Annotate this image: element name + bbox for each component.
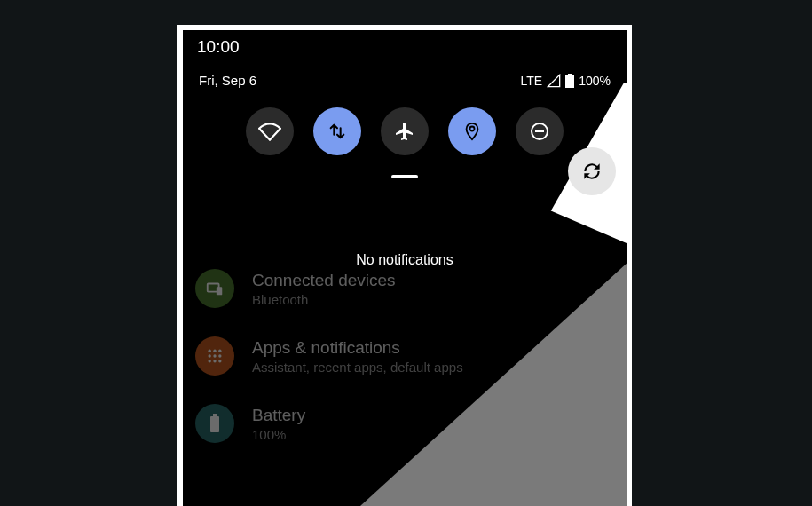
svg-point-10 (213, 354, 216, 357)
location-icon (462, 122, 482, 141)
qs-dnd-tile[interactable] (516, 107, 564, 155)
svg-rect-1 (568, 74, 572, 75)
mobile-data-icon (327, 122, 347, 141)
svg-point-6 (209, 350, 211, 352)
panel-drag-handle[interactable] (391, 175, 418, 178)
settings-item-text: Battery 100% (252, 406, 305, 442)
status-date: Fri, Sep 6 (199, 73, 256, 88)
connected-devices-icon (195, 269, 234, 308)
status-clock: 10:00 (188, 30, 621, 57)
auto-rotate-icon (580, 160, 603, 183)
svg-rect-5 (217, 287, 222, 295)
signal-icon (547, 74, 561, 88)
qs-airplane-tile[interactable] (381, 107, 429, 155)
svg-rect-0 (565, 75, 574, 88)
qs-wifi-tile[interactable] (246, 107, 294, 155)
settings-item-text: Connected devices Bluetooth (252, 271, 396, 307)
battery-settings-icon (195, 404, 234, 443)
qs-location-tile[interactable] (448, 107, 496, 155)
network-type-label: LTE (521, 74, 543, 88)
svg-point-8 (218, 350, 221, 352)
apps-icon (195, 336, 234, 376)
quick-settings-tiles (188, 107, 621, 155)
settings-item-apps[interactable]: Apps & notifications Assistant, recent a… (195, 322, 614, 390)
device-frame: 10:00 Fri, Sep 6 LTE 100% (177, 25, 632, 506)
battery-icon (565, 74, 574, 88)
settings-item-text: Apps & notifications Assistant, recent a… (252, 338, 463, 375)
device-screen: 10:00 Fri, Sep 6 LTE 100% (183, 30, 627, 506)
status-row: Fri, Sep 6 LTE 100% (188, 57, 621, 88)
svg-point-14 (218, 360, 221, 362)
airplane-icon (394, 121, 415, 142)
qs-auto-rotate-container (568, 147, 616, 195)
settings-list: Connected devices Bluetooth Apps & notif… (183, 255, 627, 457)
settings-item-battery[interactable]: Battery 100% (195, 390, 614, 457)
svg-point-9 (209, 354, 211, 357)
svg-rect-15 (210, 416, 219, 432)
svg-point-11 (218, 354, 221, 357)
settings-item-sub: Bluetooth (252, 292, 396, 307)
qs-auto-rotate-tile[interactable] (568, 147, 616, 195)
svg-rect-16 (213, 414, 217, 416)
dnd-icon (529, 121, 550, 142)
wifi-icon (258, 120, 281, 143)
no-notifications-label: No notifications (183, 252, 627, 268)
settings-item-title: Apps & notifications (252, 338, 463, 358)
qs-mobile-data-tile[interactable] (313, 107, 361, 155)
settings-item-sub: 100% (252, 427, 305, 442)
settings-item-title: Battery (252, 406, 305, 425)
svg-point-7 (213, 350, 216, 352)
settings-item-sub: Assistant, recent apps, default apps (252, 360, 463, 375)
battery-percent: 100% (579, 74, 611, 88)
svg-point-13 (213, 360, 216, 362)
settings-item-title: Connected devices (252, 271, 396, 290)
svg-point-12 (209, 360, 211, 362)
status-right: LTE 100% (521, 74, 611, 88)
